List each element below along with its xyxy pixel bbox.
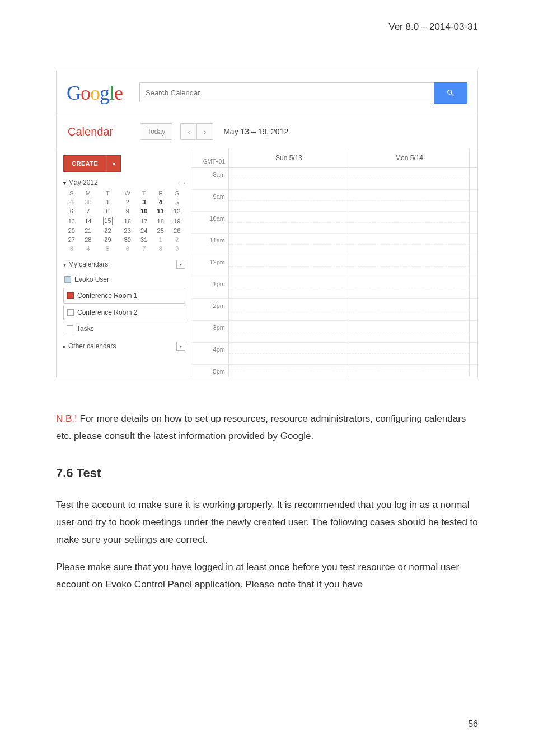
checkbox-icon (67, 292, 74, 299)
date-range: May 13 – 19, 2012 (223, 127, 288, 136)
mini-calendar-grid[interactable]: SMTWTFS 293012345 6789101112 13141516171… (63, 189, 185, 253)
day-header[interactable]: Mon 5/14 (349, 148, 470, 167)
app-header: Google (57, 71, 477, 115)
search-input[interactable] (139, 82, 434, 102)
grid-cell[interactable] (349, 255, 470, 277)
mini-calendar: ▾ May 2012 ‹ › SMTWTFS 2930123 (63, 179, 185, 253)
timezone-label: GMT+01 (191, 148, 229, 167)
chevron-down-icon[interactable]: ▾ (63, 180, 66, 186)
grid-cell[interactable] (229, 321, 349, 342)
mini-prev-button[interactable]: ‹ (178, 179, 180, 186)
grid-cell[interactable] (349, 365, 470, 377)
calendar-item-label: Tasks (77, 325, 94, 333)
grid-cell[interactable] (349, 277, 470, 298)
week-grid: GMT+01 Sun 5/13 Mon 5/14 8am 9am 10am 11… (191, 148, 477, 377)
create-dropdown-button[interactable]: ▾ (106, 155, 121, 172)
grid-cell[interactable] (349, 168, 470, 189)
grid-cell[interactable] (229, 255, 349, 277)
grid-cell[interactable] (349, 343, 470, 364)
time-label: 3pm (191, 321, 229, 342)
time-label: 4pm (191, 343, 229, 364)
grid-cell[interactable] (229, 212, 349, 233)
grid-cell[interactable] (229, 299, 349, 320)
create-button[interactable]: CREATE (63, 155, 106, 172)
selected-day: 15 (103, 217, 113, 225)
section-heading: 7.6 Test (56, 462, 478, 485)
grid-cell[interactable] (349, 299, 470, 320)
nb-label: N.B.! (56, 413, 77, 424)
document-body: N.B.! For more details on how to set up … (56, 410, 478, 594)
google-logo: Google (67, 81, 123, 105)
grid-cell[interactable] (229, 190, 349, 211)
grid-cell[interactable] (229, 234, 349, 255)
grid-cell[interactable] (349, 234, 470, 255)
checkbox-icon (67, 309, 74, 316)
today-button[interactable]: Today (140, 123, 172, 140)
search-icon (446, 88, 455, 97)
grid-cell[interactable] (349, 212, 470, 233)
calendar-item-tasks[interactable]: Tasks (63, 321, 185, 336)
day-header[interactable]: Sun 5/13 (229, 148, 349, 167)
calendar-item-conference-room-1[interactable]: Conference Room 1 (63, 288, 185, 304)
my-calendars-menu-button[interactable]: ▾ (176, 260, 185, 269)
paragraph: N.B.! For more details on how to set up … (56, 410, 478, 445)
calendar-item-label: Evoko User (74, 276, 109, 283)
time-label: 8am (191, 168, 229, 189)
grid-cell[interactable] (229, 365, 349, 377)
prev-period-button[interactable]: ‹ (180, 123, 196, 140)
search-button[interactable] (434, 82, 467, 104)
calendar-item-conference-room-2[interactable]: Conference Room 2 (63, 305, 185, 320)
paragraph: Test the account to make sure it is work… (56, 496, 478, 549)
search-form (139, 82, 467, 104)
mini-calendar-title: May 2012 (68, 179, 98, 186)
chevron-right-icon[interactable]: ▸ (63, 343, 66, 349)
grid-cell[interactable] (349, 190, 470, 211)
paragraph: Please make sure that you have logged in… (56, 558, 478, 594)
other-calendars-label: Other calendars (68, 342, 116, 350)
grid-cell[interactable] (229, 343, 349, 364)
time-label: 2pm (191, 299, 229, 320)
time-label: 10am (191, 212, 229, 233)
time-label: 12pm (191, 255, 229, 277)
sidebar: CREATE ▾ ▾ May 2012 ‹ › (57, 148, 191, 377)
doc-version: Ver 8.0 – 2014-03-31 (388, 21, 478, 32)
calendar-item-label: Conference Room 2 (77, 309, 137, 316)
checkbox-icon (67, 325, 73, 332)
time-label: 11am (191, 234, 229, 255)
chevron-down-icon[interactable]: ▾ (63, 262, 66, 268)
grid-cell[interactable] (349, 321, 470, 342)
time-label: 5pm (191, 365, 229, 377)
time-label: 9am (191, 190, 229, 211)
checkbox-icon (64, 276, 71, 283)
screenshot-google-calendar: Google Calendar Today ‹ › May 13 – 19, 2… (56, 71, 478, 377)
time-label: 1pm (191, 277, 229, 298)
app-title: Calendar (68, 125, 113, 138)
toolbar: Calendar Today ‹ › May 13 – 19, 2012 (57, 115, 477, 148)
grid-cell[interactable] (229, 168, 349, 189)
my-calendars-label: My calendars (68, 260, 108, 268)
page-number: 56 (468, 719, 478, 729)
my-calendars-section: ▾ My calendars ▾ Evoko User Conference R… (63, 260, 185, 336)
next-period-button[interactable]: › (196, 123, 213, 140)
calendar-item-evoko-user[interactable]: Evoko User (63, 272, 185, 287)
grid-cell[interactable] (229, 277, 349, 298)
other-calendars-menu-button[interactable]: ▾ (176, 342, 185, 351)
calendar-item-label: Conference Room 1 (77, 292, 137, 300)
other-calendars-section: ▸ Other calendars ▾ (63, 342, 185, 351)
mini-next-button[interactable]: › (183, 179, 185, 186)
